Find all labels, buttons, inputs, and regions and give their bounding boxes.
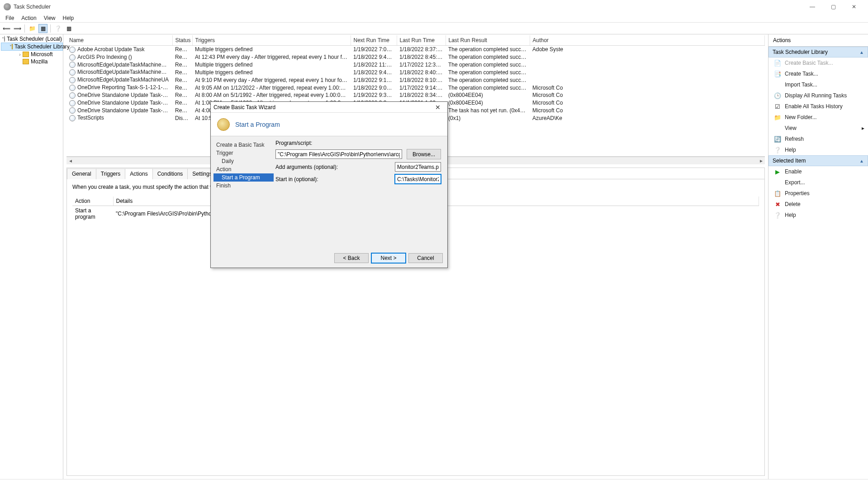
action-help[interactable]: ❔Help [768, 144, 868, 155]
program-input[interactable] [275, 149, 402, 159]
action-new-folder-[interactable]: 📁New Folder... [768, 112, 868, 123]
action-label: Enable [785, 168, 802, 175]
wizard-step-daily[interactable]: Daily [213, 157, 274, 165]
scroll-left-icon[interactable]: ◂ [66, 157, 74, 164]
dialog-body: Create a Basic TaskTriggerDailyActionSta… [211, 136, 447, 249]
wizard-step-action[interactable]: Action [213, 165, 274, 173]
task-icon [69, 100, 76, 106]
tab-actions[interactable]: Actions [125, 168, 152, 179]
action-icon [774, 81, 781, 88]
toolbar-icon-3[interactable]: ▦ [64, 24, 73, 33]
menu-file[interactable]: File [2, 14, 18, 22]
col-last-run[interactable]: Last Run Time [397, 35, 446, 46]
action-icon: 📋 [774, 190, 781, 197]
task-row[interactable]: Adobe Acrobat Update TaskReadyMultiple t… [66, 46, 765, 53]
scroll-right-icon[interactable]: ▸ [757, 157, 765, 164]
task-row[interactable]: MicrosoftEdgeUpdateTaskMachineUAReadyAt … [66, 76, 765, 84]
close-button[interactable]: ✕ [844, 0, 864, 14]
task-icon [69, 69, 76, 76]
action-enable[interactable]: ▶Enable [768, 166, 868, 177]
dialog-close-button[interactable]: ✕ [431, 104, 445, 111]
col-next-run[interactable]: Next Run Time [351, 35, 397, 46]
console-tree: ˅ Task Scheduler (Local) ˅ Task Schedule… [0, 34, 63, 479]
actions-section-library[interactable]: Task Scheduler Library ▲ [768, 47, 868, 58]
action-label: Properties [785, 190, 810, 197]
minimize-button[interactable]: — [802, 0, 823, 14]
browse-button[interactable]: Browse... [407, 149, 441, 159]
action-label: Import Task... [785, 82, 817, 88]
wizard-step-start-a-program[interactable]: Start a Program [213, 173, 274, 182]
action-view[interactable]: View▸ [768, 123, 868, 134]
action-icon: 📄 [774, 59, 781, 67]
arguments-input[interactable] [395, 162, 441, 172]
task-icon [69, 115, 76, 121]
task-icon [69, 47, 76, 53]
details-col-action[interactable]: Action [72, 197, 113, 206]
task-row[interactable]: OneDrive Reporting Task-S-1-12-1-1481391… [66, 84, 765, 91]
nav-forward-button[interactable]: ⟹ [13, 24, 22, 33]
action-icon: ❔ [774, 146, 781, 153]
action-label: Enable All Tasks History [785, 103, 843, 110]
startin-input[interactable] [395, 174, 441, 184]
action-label: View [785, 125, 797, 131]
tree-root[interactable]: ˅ Task Scheduler (Local) [1, 35, 63, 43]
separator [24, 24, 25, 33]
col-author[interactable]: Author [530, 35, 765, 46]
action-refresh[interactable]: 🔄Refresh [768, 134, 868, 144]
toolbar-icon-1[interactable]: 📁 [28, 24, 37, 33]
tab-conditions[interactable]: Conditions [152, 168, 188, 179]
collapse-icon[interactable]: ▲ [859, 158, 864, 163]
menu-action[interactable]: Action [18, 14, 40, 22]
menu-view[interactable]: View [40, 14, 59, 22]
dialog-titlebar[interactable]: Create Basic Task Wizard ✕ [211, 102, 447, 113]
action-delete[interactable]: ✖Delete [768, 199, 868, 210]
task-icon [69, 107, 76, 114]
wizard-step-finish[interactable]: Finish [213, 182, 274, 190]
action-import-task-[interactable]: Import Task... [768, 79, 868, 90]
toolbar-help-icon[interactable]: ❔ [53, 24, 62, 33]
action-icon: 📁 [774, 114, 781, 121]
column-headers: Name Status Triggers Next Run Time Last … [66, 35, 765, 46]
expand-icon[interactable]: › [17, 52, 23, 57]
col-status[interactable]: Status [172, 35, 192, 46]
tree-microsoft[interactable]: › Microsoft [1, 51, 63, 58]
next-button[interactable]: Next > [371, 253, 406, 263]
action-create-basic-task-: 📄Create Basic Task... [768, 58, 868, 68]
action-properties[interactable]: 📋Properties [768, 188, 868, 199]
app-icon [4, 3, 11, 10]
wizard-step-create-a-basic-task[interactable]: Create a Basic Task [213, 141, 274, 149]
arguments-label: Add arguments (optional): [275, 164, 338, 170]
maximize-button[interactable]: ▢ [823, 0, 844, 14]
task-row[interactable]: ArcGIS Pro Indexing ()ReadyAt 12:43 PM e… [66, 53, 765, 61]
task-row[interactable]: MicrosoftEdgeUpdateTaskMachineCore1d7cf2… [66, 68, 765, 76]
col-name[interactable]: Name [66, 35, 172, 46]
task-row[interactable]: OneDrive Standalone Update Task-S-1-12-1… [66, 91, 765, 99]
program-label: Program/script: [275, 140, 312, 146]
action-help[interactable]: ❔Help [768, 210, 868, 221]
action-icon [774, 125, 781, 132]
back-button[interactable]: < Back [334, 253, 369, 263]
tab-general[interactable]: General [67, 168, 96, 179]
action-display-all-running-tasks[interactable]: 🕒Display All Running Tasks [768, 90, 868, 101]
col-last-result[interactable]: Last Run Result [446, 35, 530, 46]
action-icon: 📑 [774, 70, 781, 77]
wizard-step-trigger[interactable]: Trigger [213, 149, 274, 157]
action-create-task-[interactable]: 📑Create Task... [768, 68, 868, 79]
tree-library[interactable]: ˅ Task Scheduler Library [1, 43, 63, 51]
action-enable-all-tasks-history[interactable]: ☑Enable All Tasks History [768, 101, 868, 112]
action-export-[interactable]: Export... [768, 177, 868, 188]
cancel-button[interactable]: Cancel [408, 253, 443, 263]
tree-mozilla[interactable]: Mozilla [1, 58, 63, 65]
nav-back-button[interactable]: ⟸ [2, 24, 11, 33]
actions-section-selected[interactable]: Selected Item ▲ [768, 155, 868, 166]
collapse-icon[interactable]: ▲ [859, 50, 864, 55]
action-label: Create Basic Task... [785, 60, 833, 66]
col-triggers[interactable]: Triggers [192, 35, 351, 46]
action-icon: ☑ [774, 103, 781, 110]
scheduler-icon [4, 36, 5, 42]
tab-triggers[interactable]: Triggers [96, 168, 126, 179]
actions-section-label: Task Scheduler Library [773, 49, 828, 55]
task-row[interactable]: MicrosoftEdgeUpdateTaskMachineCoreReadyM… [66, 61, 765, 69]
toolbar-icon-2[interactable]: ▦ [38, 24, 47, 33]
menu-help[interactable]: Help [59, 14, 78, 22]
